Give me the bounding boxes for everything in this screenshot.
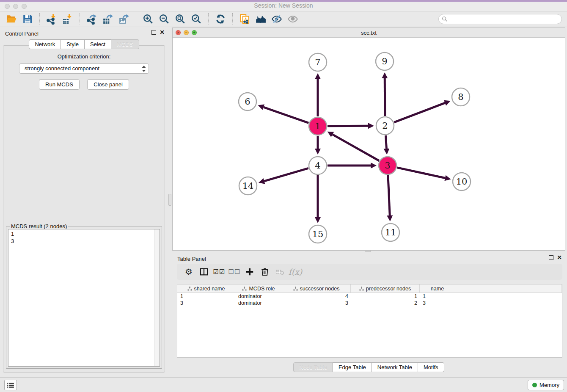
edge-2-3[interactable]	[385, 135, 386, 149]
edge-1-6[interactable]	[264, 107, 309, 123]
table-cell[interactable]: 2	[351, 300, 420, 306]
edge-3-1[interactable]	[333, 135, 379, 161]
node-2[interactable]: 2	[376, 117, 394, 135]
home-icon	[255, 14, 266, 25]
tab-mcds[interactable]: MCDS	[111, 39, 139, 49]
edge-2-8[interactable]	[394, 103, 445, 122]
table-panel-title: Table Panel	[177, 256, 206, 262]
toolbar-separator	[232, 13, 233, 25]
table-row[interactable]: 3dominator323	[177, 300, 562, 306]
tab-select[interactable]: Select	[84, 39, 111, 49]
node-label-2: 2	[382, 121, 388, 131]
table-cell[interactable]: dominator	[235, 293, 282, 300]
float-table-panel-icon[interactable]	[549, 255, 553, 260]
node-3[interactable]: 3	[379, 157, 396, 174]
network-window-titlebar[interactable]: × − + scc.txt	[173, 28, 565, 38]
search-input[interactable]	[438, 14, 562, 24]
application-window: Session: New Session	[0, 0, 567, 392]
create-column-button[interactable]	[242, 265, 257, 279]
edge-1-2[interactable]	[328, 126, 368, 126]
show-all-button[interactable]	[285, 12, 301, 26]
run-mcds-button[interactable]: Run MCDS	[39, 79, 80, 90]
network-graph[interactable]: 7968124314101511	[173, 38, 565, 250]
column-header-MCDS-role[interactable]: MCDS role	[235, 284, 282, 293]
table-row[interactable]: 1dominator411	[177, 293, 562, 300]
tab-edge-table[interactable]: Edge Table	[333, 362, 372, 372]
table-cell[interactable]: dominator	[235, 300, 282, 306]
close-table-panel-icon[interactable]: ✕	[557, 255, 562, 260]
tab-node-table[interactable]: Node Table	[293, 362, 333, 372]
select-all-columns-button[interactable]: ☑☑	[212, 265, 227, 279]
export-image-button[interactable]	[116, 12, 132, 26]
edge-3-10[interactable]	[397, 168, 445, 178]
save-session-button[interactable]	[19, 12, 36, 26]
export-network-button[interactable]	[84, 12, 100, 26]
node-15[interactable]: 15	[309, 225, 327, 243]
tab-style[interactable]: Style	[61, 39, 85, 49]
column-header-successor-nodes[interactable]: successor nodes	[282, 284, 351, 293]
table-cell[interactable]: 1	[351, 293, 420, 300]
import-table-button[interactable]	[60, 12, 76, 26]
table-cell[interactable]: 3	[177, 300, 235, 306]
select-stepper-icon	[141, 65, 146, 72]
mcds-result-group: MCDS result (2 nodes) 13	[6, 226, 162, 369]
mcds-result-scrollbar[interactable]	[154, 229, 160, 366]
table-cell[interactable]: 4	[282, 293, 351, 300]
import-network-button[interactable]	[44, 12, 60, 26]
zoom-in-button[interactable]	[140, 12, 156, 26]
list-icon	[7, 382, 14, 388]
node-4[interactable]: 4	[309, 157, 327, 174]
status-bar: Memory	[0, 377, 567, 392]
vertical-splitter-handle[interactable]	[168, 194, 171, 206]
table-cell[interactable]: 3	[282, 300, 351, 306]
zoom-fit-button[interactable]	[172, 12, 188, 26]
table-cell[interactable]: 1	[177, 293, 235, 300]
close-panel-button[interactable]: Close panel	[87, 79, 129, 90]
column-header-filler	[455, 284, 562, 293]
node-6[interactable]: 6	[239, 93, 256, 110]
column-header-shared-name[interactable]: shared name	[177, 284, 235, 293]
table-options-button[interactable]: ⚙	[181, 265, 196, 279]
node-14[interactable]: 14	[239, 177, 257, 195]
node-1[interactable]: 1	[309, 117, 327, 135]
edge-4-14[interactable]	[264, 168, 308, 181]
column-type-icon	[359, 287, 364, 291]
zoom-selected-button[interactable]	[188, 12, 204, 26]
column-label: shared name	[194, 286, 225, 292]
delete-table-button[interactable]	[272, 265, 288, 279]
node-9[interactable]: 9	[376, 52, 394, 70]
unselect-all-columns-button[interactable]: ☐☐	[227, 265, 242, 279]
float-panel-icon[interactable]	[151, 30, 156, 35]
column-header-name[interactable]: name	[420, 284, 455, 293]
duplicate-network-button[interactable]	[237, 12, 253, 26]
tab-network-table[interactable]: Network Table	[372, 362, 418, 372]
node-7[interactable]: 7	[309, 53, 327, 71]
tab-motifs[interactable]: Motifs	[418, 362, 444, 372]
node-8[interactable]: 8	[452, 88, 470, 106]
node-10[interactable]: 10	[453, 173, 471, 190]
edge-3-11[interactable]	[388, 175, 390, 215]
network-canvas[interactable]: 7968124314101511	[173, 38, 565, 250]
mcds-result-text[interactable]: 13	[8, 230, 154, 366]
table-cell[interactable]: 1	[420, 293, 455, 300]
refresh-view-button[interactable]	[212, 12, 228, 26]
memory-button[interactable]: Memory	[528, 380, 564, 390]
column-header-predecessor-nodes[interactable]: predecessor nodes	[351, 284, 420, 293]
function-builder-button[interactable]: f(x)	[288, 265, 303, 279]
open-session-button[interactable]	[3, 12, 19, 26]
optimization-criterion-select[interactable]: strongly connected component	[19, 63, 149, 74]
hide-selection-button[interactable]	[269, 12, 285, 26]
show-panels-menu-button[interactable]	[4, 380, 17, 390]
first-neighbors-button[interactable]	[253, 12, 269, 26]
export-table-button[interactable]	[100, 12, 116, 26]
optimization-criterion-label: Optimization criterion:	[3, 53, 165, 60]
close-panel-icon[interactable]: ✕	[160, 30, 165, 35]
zoom-out-button[interactable]	[156, 12, 172, 26]
node-11[interactable]: 11	[382, 224, 399, 241]
delete-columns-button[interactable]	[257, 265, 272, 279]
show-column-panel-button[interactable]	[196, 265, 212, 279]
unchecked-boxes-icon: ☐☐	[228, 268, 241, 276]
tab-network[interactable]: Network	[29, 39, 61, 49]
table-cell[interactable]: 3	[420, 300, 455, 306]
edge-2-9[interactable]	[385, 78, 385, 116]
